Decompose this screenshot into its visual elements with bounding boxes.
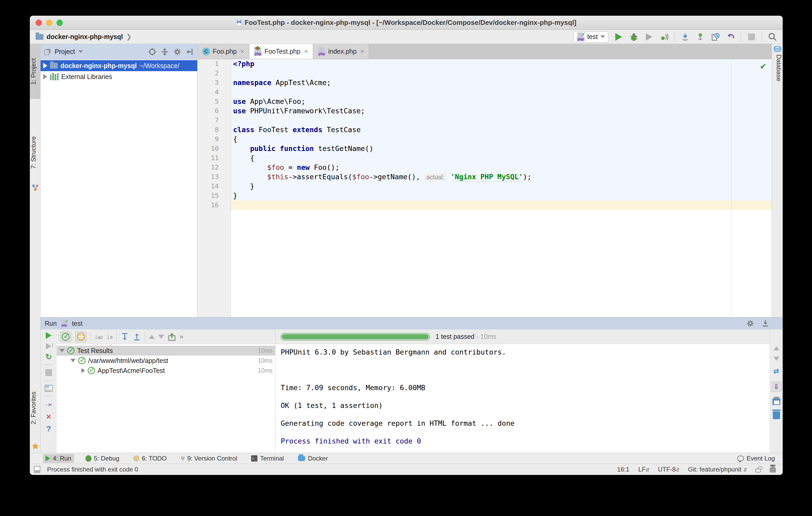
line-ending-widget[interactable]: LF⇵ [638,466,649,473]
editor-gutter[interactable]: 12345678910111213141516 [198,59,231,317]
clear-all-button[interactable] [773,411,780,419]
code-editor[interactable]: 12345678910111213141516 <?phpnamespace A… [198,59,772,317]
code-line[interactable]: $this->assertEquals($foo->getName(), act… [231,172,772,181]
close-icon[interactable]: × [304,47,308,55]
toolwindow-terminal-button[interactable]: >_Terminal [249,454,286,463]
external-libraries-row[interactable]: External Libraries [40,71,197,82]
line-number[interactable]: 1 [198,59,231,68]
expand-all-button[interactable] [121,333,129,341]
hide-panel-button[interactable] [186,48,194,56]
chevron-down-icon[interactable] [78,50,83,53]
code-line[interactable] [231,68,772,78]
rerun-button[interactable] [46,332,52,339]
stop-button[interactable] [747,32,757,42]
line-number[interactable]: 7 [198,116,231,125]
code-line[interactable] [231,116,772,125]
toggle-auto-test-button[interactable]: ↻ [45,353,52,360]
close-panel-button[interactable]: × [46,413,51,420]
collapse-all-button[interactable] [161,48,169,56]
rerun-failed-tests-button[interactable]: ! [46,343,51,349]
test-tree-row[interactable]: /var/www/html/web/app/test10ms [57,355,275,366]
tab-footest-php[interactable]: php FooTest.php × [249,44,313,59]
code-line[interactable]: { [231,135,772,144]
line-number[interactable]: 11 [198,153,231,163]
test-tree-row[interactable]: AppTest\Acme\FooTest10ms [57,366,275,375]
export-test-results-button[interactable] [168,333,176,341]
show-passed-toggle[interactable] [60,331,71,342]
caret-position-widget[interactable]: 16:1 [617,466,630,473]
sort-alphabetically-button[interactable]: ↓az [94,333,103,341]
line-number[interactable]: 10 [198,144,231,153]
update-project-button[interactable] [680,32,690,42]
line-number[interactable]: 9 [198,135,231,144]
tool-stripe-database[interactable]: Database [772,54,782,112]
code-line[interactable]: public function testGetName() [231,144,772,153]
toolwindow-debug-button[interactable]: 5: Debug [83,454,122,463]
code-line[interactable]: } [231,191,772,200]
breadcrumb-project-name[interactable]: docker-nginx-php-mysql [47,33,123,40]
close-icon[interactable]: × [240,47,244,55]
previous-message-button[interactable] [774,346,779,350]
line-number[interactable]: 15 [198,191,231,200]
tool-stripe-structure[interactable]: 7: Structure [30,122,40,183]
test-tree-row[interactable]: Test Results10ms [57,346,275,355]
expand-arrow-icon[interactable] [43,63,47,68]
line-number[interactable]: 12 [198,163,231,172]
toolwindow-version-control-button[interactable]: ⑂9: Version Control [178,454,240,463]
line-number[interactable]: 3 [198,78,231,87]
search-everywhere-button[interactable] [767,32,778,42]
project-root-row[interactable]: docker-nginx-php-mysql ~/Workspace/ [40,60,197,71]
git-branch-widget[interactable]: Git: feature/phpunit ⇵ [688,466,747,473]
print-button[interactable] [773,398,780,405]
code-line[interactable] [231,87,772,97]
code-area[interactable]: <?phpnamespace AppTest\Acme;use App\Acme… [231,59,772,210]
encoding-widget[interactable]: UTF-8⇵ [658,466,679,473]
code-line[interactable]: namespace AppTest\Acme; [231,78,772,87]
code-line[interactable]: use PHPUnit\Framework\TestCase; [231,106,772,116]
run-with-coverage-button[interactable] [644,32,654,42]
settings-button[interactable] [173,48,181,56]
code-line[interactable]: class FooTest extends TestCase [231,125,772,135]
previous-occurrence-button[interactable] [149,335,154,339]
next-message-button[interactable] [774,357,779,361]
code-line[interactable]: { [231,153,772,163]
close-icon[interactable]: × [360,47,364,55]
settings-button[interactable] [746,319,754,327]
tool-stripe-favorites[interactable]: 2: Favorites [30,375,40,441]
pin-tab-button[interactable]: 📌︎ [43,399,54,410]
run-button[interactable] [614,32,624,42]
stop-button[interactable] [45,369,52,376]
undo-button[interactable] [726,32,735,42]
commit-changes-button[interactable] [695,32,705,42]
expand-arrow-icon[interactable] [59,349,65,352]
local-history-button[interactable] [710,32,720,42]
lock-icon[interactable] [755,468,761,472]
toolwindow-docker-button[interactable]: Docker [295,454,330,463]
show-ignored-toggle[interactable] [75,331,87,342]
help-button[interactable]: ? [46,424,51,433]
collapse-all-button[interactable] [133,333,141,341]
locate-file-button[interactable] [148,48,156,56]
line-number[interactable]: 2 [198,68,231,78]
project-panel-title[interactable]: Project [55,48,75,55]
toolwindow-quick-access-button[interactable] [34,466,40,473]
soft-wrap-button[interactable]: ⇄ [774,367,779,375]
line-number[interactable]: 4 [198,87,231,97]
run-configuration-selector[interactable]: php✓ test [573,31,608,42]
line-number[interactable]: 16 [198,200,231,210]
next-occurrence-button[interactable] [158,335,164,339]
breadcrumb[interactable]: docker-nginx-php-mysql ❯ [36,33,132,41]
code-line[interactable]: $foo = new Foo(); [231,163,772,172]
code-line[interactable]: } [231,181,772,191]
line-number[interactable]: 13 [198,172,231,181]
toolwindow-todo-button[interactable]: 6: TODO [131,454,169,463]
tab-foo-php[interactable]: C Foo.php × [198,44,249,59]
highlighting-level-icon[interactable] [770,466,776,472]
debug-button[interactable] [629,32,639,42]
more-actions-button[interactable]: » [180,333,183,341]
line-number[interactable]: 5 [198,97,231,106]
sort-by-duration-button[interactable]: ↓≡ [107,333,113,341]
expand-arrow-icon[interactable] [81,368,85,373]
line-number[interactable]: 6 [198,106,231,116]
hide-panel-button[interactable] [761,319,770,327]
